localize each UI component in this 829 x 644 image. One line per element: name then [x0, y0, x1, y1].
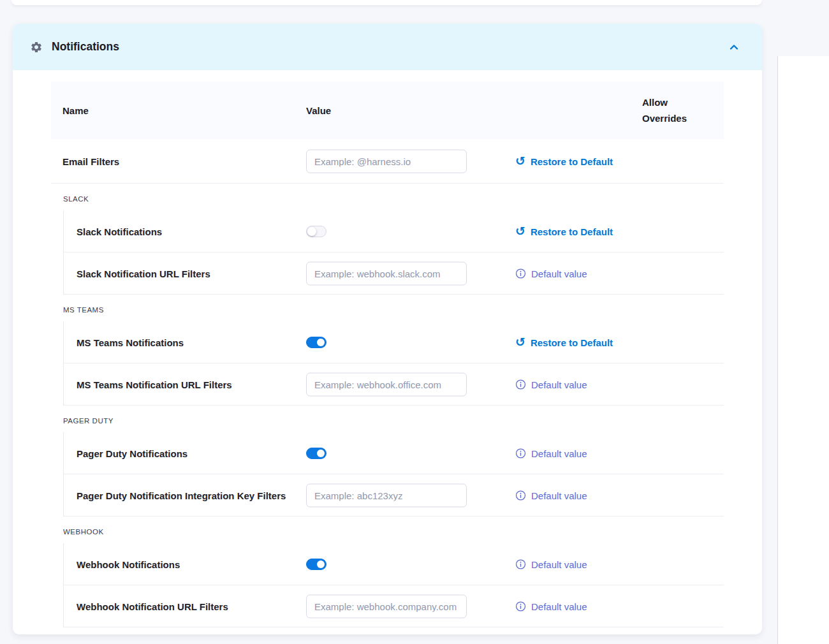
table-row: MS Teams Notification URL Filters Defaul…	[64, 363, 724, 406]
default-value-label: Default value	[531, 559, 587, 569]
restore-to-default-button[interactable]: ↺ Restore to Default	[515, 336, 613, 348]
webhook-url-filters-label: Webhook Notification URL Filters	[77, 601, 228, 611]
info-icon	[515, 448, 526, 458]
restore-icon: ↺	[515, 224, 525, 237]
default-value-label: Default value	[531, 448, 587, 458]
info-icon	[515, 601, 526, 611]
settings-table: Name Value Allow Overrides Email Filters…	[51, 82, 724, 627]
group-webhook: WEBHOOK Webhook Notifications	[51, 516, 724, 627]
restore-to-default-label: Restore to Default	[531, 337, 613, 348]
default-value-label: Default value	[531, 268, 587, 279]
default-value-label: Default value	[531, 379, 587, 390]
default-value-indicator[interactable]: Default value	[515, 601, 587, 611]
group-title-webhook: WEBHOOK	[51, 516, 724, 543]
ms-teams-notifications-label: MS Teams Notifications	[77, 337, 184, 348]
table-row: Pager Duty Notification Integration Key …	[64, 474, 724, 516]
gear-icon	[30, 41, 43, 54]
table-row: Slack Notification URL Filters Default v…	[64, 252, 724, 295]
collapse-section-button[interactable]	[725, 38, 743, 56]
info-icon	[515, 490, 526, 501]
right-panel-divider	[777, 56, 829, 644]
default-value-indicator[interactable]: Default value	[515, 268, 587, 279]
restore-to-default-label: Restore to Default	[531, 156, 613, 166]
email-filters-label: Email Filters	[62, 156, 119, 166]
default-value-indicator[interactable]: Default value	[515, 490, 587, 501]
table-row: Slack Notifications ↺ Restore to Default	[64, 210, 724, 252]
ms-teams-url-filters-label: MS Teams Notification URL Filters	[77, 379, 232, 390]
group-title-slack: SLACK	[51, 184, 724, 210]
pager-duty-key-filters-label: Pager Duty Notification Integration Key …	[77, 490, 286, 501]
table-row: Webhook Notifications Default value	[64, 543, 724, 585]
restore-icon: ↺	[515, 154, 525, 166]
info-icon	[515, 268, 526, 279]
table-header-row: Name Value Allow Overrides	[51, 82, 724, 139]
slack-url-filters-label: Slack Notification URL Filters	[77, 268, 210, 279]
default-value-label: Default value	[531, 490, 587, 501]
default-value-indicator[interactable]: Default value	[515, 379, 587, 390]
default-value-indicator[interactable]: Default value	[515, 448, 587, 458]
webhook-notifications-label: Webhook Notifications	[77, 559, 180, 569]
pager-duty-notifications-toggle[interactable]	[306, 448, 326, 459]
default-value-label: Default value	[531, 601, 587, 611]
chevron-up-icon	[729, 42, 739, 52]
previous-section-card-edge	[11, 0, 762, 5]
email-filters-input[interactable]	[306, 149, 467, 173]
webhook-notifications-toggle[interactable]	[306, 559, 326, 570]
table-row: MS Teams Notifications ↺ Restore to Defa…	[64, 321, 724, 363]
group-slack: SLACK Slack Notifications ↺ Restore to D…	[51, 184, 724, 295]
column-header-value: Value	[306, 105, 331, 116]
slack-notifications-toggle[interactable]	[306, 226, 326, 237]
restore-icon: ↺	[515, 335, 525, 348]
group-title-ms-teams: MS TEAMS	[51, 295, 724, 321]
info-icon	[515, 379, 526, 390]
slack-notifications-label: Slack Notifications	[77, 226, 162, 237]
table-row: Pager Duty Notifications Default value	[64, 432, 724, 474]
pager-duty-key-filters-input[interactable]	[306, 483, 467, 507]
slack-url-filters-input[interactable]	[306, 261, 467, 285]
group-pager-duty: PAGER DUTY Pager Duty Notifications	[51, 406, 724, 516]
webhook-url-filters-input[interactable]	[306, 594, 467, 618]
notifications-card: Notifications Name Value Allow Overrides…	[13, 24, 762, 634]
info-icon	[515, 559, 526, 569]
column-header-allow-overrides: Allow Overrides	[642, 94, 703, 126]
section-title: Notifications	[52, 40, 725, 54]
table-row: Email Filters ↺ Restore to Default	[51, 139, 724, 184]
notifications-card-header: Notifications	[13, 24, 762, 70]
group-title-pager-duty: PAGER DUTY	[51, 406, 724, 432]
table-row: Webhook Notification URL Filters Default…	[64, 585, 724, 627]
column-header-name: Name	[62, 105, 89, 116]
default-value-indicator[interactable]: Default value	[515, 559, 587, 569]
restore-to-default-button[interactable]: ↺ Restore to Default	[515, 155, 613, 167]
ms-teams-notifications-toggle[interactable]	[306, 337, 326, 348]
group-ms-teams: MS TEAMS MS Teams Notifications ↺ Restor…	[51, 295, 724, 406]
restore-to-default-label: Restore to Default	[531, 226, 613, 237]
restore-to-default-button[interactable]: ↺ Restore to Default	[515, 225, 613, 237]
ms-teams-url-filters-input[interactable]	[306, 372, 467, 396]
pager-duty-notifications-label: Pager Duty Notifications	[77, 448, 187, 458]
